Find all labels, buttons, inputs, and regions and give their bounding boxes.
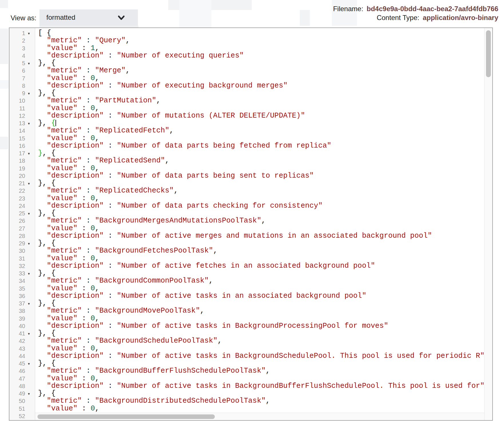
code-line[interactable]: }, { bbox=[38, 240, 484, 247]
code-line[interactable]: "description" : "Number of active tasks … bbox=[38, 292, 484, 300]
code-line[interactable]: }, { bbox=[38, 270, 484, 277]
gutter-line: 27 bbox=[9, 225, 35, 232]
code-line[interactable]: "metric" : "BackgroundBufferFlushSchedul… bbox=[38, 367, 484, 375]
gutter-line: 1▼ bbox=[9, 29, 35, 37]
code-line[interactable]: }, { bbox=[38, 150, 484, 157]
line-number: 5 bbox=[9, 59, 25, 67]
fold-arrow-icon[interactable]: ▼ bbox=[25, 30, 33, 37]
gutter-line: 17▼ bbox=[9, 150, 35, 157]
code-line[interactable]: "metric" : "BackgroundMergesAndMutations… bbox=[38, 217, 484, 225]
line-number: 6 bbox=[9, 67, 25, 74]
code-line[interactable]: "description" : "Number of active tasks … bbox=[38, 352, 484, 360]
fold-arrow-icon[interactable]: ▼ bbox=[25, 360, 33, 368]
json-editor[interactable]: 1▼2345▼6789▼10111213▼14151617▼18192021▼2… bbox=[9, 27, 493, 421]
gutter-line: 31 bbox=[9, 255, 35, 262]
code-line[interactable]: }, { bbox=[38, 120, 484, 127]
gutter-line: 24 bbox=[9, 202, 35, 210]
code-line[interactable]: "metric" : "BackgroundDistributedSchedul… bbox=[38, 397, 484, 405]
line-number: 13 bbox=[9, 120, 25, 127]
code-line[interactable]: "description" : "Number of data parts ch… bbox=[38, 202, 484, 210]
gutter-line: 42 bbox=[9, 337, 35, 345]
gutter-line: 40 bbox=[9, 322, 35, 330]
code-line[interactable]: "description" : "Number of data parts be… bbox=[38, 172, 484, 180]
code-line[interactable]: "value" : 0, bbox=[38, 75, 484, 82]
line-number: 19 bbox=[9, 165, 25, 172]
code-line[interactable]: "value" : 0, bbox=[38, 225, 484, 232]
code-line[interactable]: }, { bbox=[38, 180, 484, 187]
fold-arrow-icon[interactable]: ▼ bbox=[25, 180, 33, 187]
code-line[interactable]: }, { bbox=[38, 300, 484, 307]
code-line[interactable]: "metric" : "BackgroundCommonPoolTask", bbox=[38, 277, 484, 285]
fold-arrow-icon[interactable]: ▼ bbox=[25, 90, 33, 97]
code-line[interactable]: "metric" : "BackgroundFetchesPoolTask", bbox=[38, 247, 484, 255]
fold-arrow-icon[interactable]: ▼ bbox=[25, 270, 33, 277]
fold-arrow-icon[interactable]: ▼ bbox=[25, 210, 33, 217]
code-line[interactable]: "metric" : "BackgroundMovePoolTask", bbox=[38, 307, 484, 315]
code-line[interactable]: "metric" : "Query", bbox=[38, 37, 484, 44]
code-line[interactable]: "description" : "Number of executing que… bbox=[38, 52, 484, 59]
code-line[interactable]: "value" : 0, bbox=[38, 165, 484, 172]
filename-value: bd4c9e9a-0bdd-4aac-bea2-7aafd4fdb766 bbox=[367, 5, 498, 13]
code-line[interactable]: "description" : "Number of active merges… bbox=[38, 232, 484, 240]
line-number: 25 bbox=[9, 210, 25, 217]
line-number: 26 bbox=[9, 217, 25, 225]
code-line[interactable]: }, { bbox=[38, 390, 484, 397]
code-line[interactable]: "value" : 0, bbox=[38, 195, 484, 202]
code-line[interactable]: "metric" : "ReplicatedSend", bbox=[38, 157, 484, 164]
code-line[interactable]: "description" : "Number of data parts be… bbox=[38, 142, 484, 150]
line-number: 14 bbox=[9, 127, 25, 134]
code-line[interactable]: [ { bbox=[38, 29, 484, 37]
fold-arrow-icon[interactable]: ▼ bbox=[25, 60, 33, 67]
fold-arrow-icon[interactable]: ▼ bbox=[25, 390, 33, 398]
fold-arrow-icon[interactable]: ▼ bbox=[25, 330, 33, 337]
line-number: 28 bbox=[9, 232, 25, 240]
line-number: 21 bbox=[9, 180, 25, 187]
code-line[interactable]: }, { bbox=[38, 330, 484, 337]
view-as-select[interactable]: formatted bbox=[39, 9, 138, 26]
editor-code-area[interactable]: [ { "metric" : "Query", "value" : 1, "de… bbox=[35, 28, 484, 420]
code-line[interactable]: "metric" : "BackgroundSchedulePoolTask", bbox=[38, 337, 484, 345]
fold-arrow-icon[interactable]: ▼ bbox=[25, 240, 33, 247]
horizontal-scrollbar[interactable] bbox=[35, 413, 484, 420]
code-line[interactable]: }, { bbox=[38, 210, 484, 217]
code-line[interactable]: }, { bbox=[38, 59, 484, 67]
line-number: 11 bbox=[9, 105, 25, 112]
code-line[interactable]: "value" : 0, bbox=[38, 255, 484, 262]
code-line[interactable]: "value" : 0, bbox=[38, 285, 484, 292]
line-number: 35 bbox=[9, 285, 25, 292]
code-line[interactable]: "description" : "Number of active tasks … bbox=[38, 322, 484, 330]
code-line[interactable]: "metric" : "Merge", bbox=[38, 67, 484, 74]
line-number: 8 bbox=[9, 82, 25, 90]
gutter-line: 34 bbox=[9, 277, 35, 285]
line-number: 42 bbox=[9, 337, 25, 345]
fold-arrow-icon[interactable]: ▼ bbox=[25, 150, 33, 157]
code-line[interactable]: "value" : 0, bbox=[38, 105, 484, 112]
code-line[interactable]: }, { bbox=[38, 360, 484, 367]
code-line[interactable]: "value" : 0, bbox=[38, 405, 484, 412]
horizontal-scrollbar-thumb[interactable] bbox=[37, 414, 215, 419]
code-line[interactable]: "value" : 0, bbox=[38, 135, 484, 142]
code-line[interactable]: "description" : "Number of active tasks … bbox=[38, 382, 484, 390]
background-placeholder bbox=[179, 0, 211, 28]
code-line[interactable]: "description" : "Number of mutations (AL… bbox=[38, 112, 484, 120]
fold-arrow-icon[interactable]: ▼ bbox=[25, 120, 33, 127]
code-line[interactable]: "value" : 0, bbox=[38, 345, 484, 352]
vertical-scrollbar[interactable] bbox=[484, 28, 492, 420]
line-number: 45 bbox=[9, 360, 25, 367]
gutter-line: 20 bbox=[9, 172, 35, 180]
code-line[interactable]: "value" : 1, bbox=[38, 45, 484, 52]
vertical-scrollbar-thumb[interactable] bbox=[486, 30, 491, 77]
code-line[interactable]: }, { bbox=[38, 90, 484, 97]
code-line[interactable]: "value" : 0, bbox=[38, 315, 484, 322]
fold-arrow-icon[interactable]: ▼ bbox=[25, 300, 33, 307]
code-line[interactable]: "metric" : "PartMutation", bbox=[38, 97, 484, 104]
code-line[interactable]: "metric" : "ReplicatedChecks", bbox=[38, 187, 484, 194]
line-number: 10 bbox=[9, 97, 25, 104]
chevron-down-icon bbox=[117, 14, 125, 21]
code-line[interactable]: "value" : 0, bbox=[38, 375, 484, 382]
line-number: 16 bbox=[9, 142, 25, 150]
code-line[interactable]: "metric" : "ReplicatedFetch", bbox=[38, 127, 484, 134]
line-number: 39 bbox=[9, 315, 25, 322]
code-line[interactable]: "description" : "Number of executing bac… bbox=[38, 82, 484, 90]
code-line[interactable]: "description" : "Number of active fetche… bbox=[38, 262, 484, 270]
